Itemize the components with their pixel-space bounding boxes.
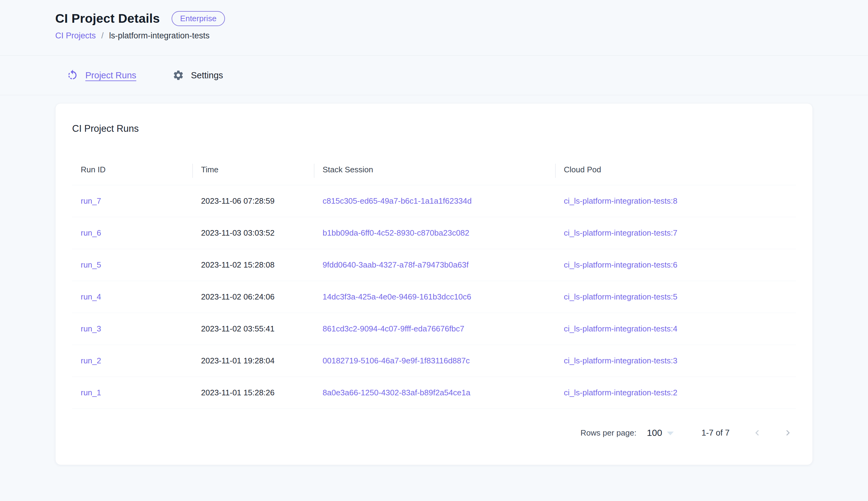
- run-id-link[interactable]: run_2: [81, 356, 101, 365]
- run-id-link[interactable]: run_5: [81, 260, 101, 269]
- rows-per-page-select[interactable]: 100: [647, 428, 674, 438]
- stack-session-link[interactable]: 9fdd0640-3aab-4327-a78f-a79473b0a63f: [322, 260, 469, 269]
- cloud-pod-link-cell: ci_ls-platform-integration-tests:7: [555, 217, 796, 249]
- table-row: run_12023-11-01 15:28:268a0e3a66-1250-43…: [72, 377, 796, 409]
- table-row: run_72023-11-06 07:28:59c815c305-ed65-49…: [72, 185, 796, 217]
- table-row: run_42023-11-02 06:24:0614dc3f3a-425a-4e…: [72, 281, 796, 313]
- dropdown-caret-icon: [667, 431, 674, 435]
- run-time: 2023-11-06 07:28:59: [193, 185, 314, 217]
- breadcrumb-link-ci-projects[interactable]: CI Projects: [55, 31, 96, 41]
- previous-page-button[interactable]: [749, 425, 765, 441]
- table-row: run_32023-11-02 03:55:41861cd3c2-9094-4c…: [72, 313, 796, 345]
- rows-per-page-value: 100: [647, 428, 662, 438]
- breadcrumb: CI Projects / ls-platform-integration-te…: [55, 31, 813, 41]
- run-id-link-cell: run_1: [72, 377, 193, 409]
- cloud-pod-link-cell: ci_ls-platform-integration-tests:6: [555, 249, 796, 281]
- column-header-time: Time: [193, 156, 314, 185]
- content: CI Project Runs Run IDTimeStack SessionC…: [0, 95, 868, 483]
- stack-session-link[interactable]: 8a0e3a66-1250-4302-83af-b89f2a54ce1a: [322, 388, 470, 397]
- table-row: run_52023-11-02 15:28:089fdd0640-3aab-43…: [72, 249, 796, 281]
- card-title: CI Project Runs: [72, 123, 796, 134]
- column-header-run-id: Run ID: [72, 156, 193, 185]
- cloud-pod-link-cell: ci_ls-platform-integration-tests:5: [555, 281, 796, 313]
- run-id-link[interactable]: run_3: [81, 324, 101, 333]
- cloud-pod-link-cell: ci_ls-platform-integration-tests:8: [555, 185, 796, 217]
- chevron-left-icon: [752, 427, 763, 438]
- enterprise-badge: Enterprise: [172, 11, 225, 26]
- run-id-link-cell: run_5: [72, 249, 193, 281]
- run-time: 2023-11-02 03:55:41: [193, 313, 314, 345]
- run-time: 2023-11-01 15:28:26: [193, 377, 314, 409]
- stack-session-link[interactable]: 14dc3f3a-425a-4e0e-9469-161b3dcc10c6: [322, 292, 471, 301]
- cloud-pod-link-cell: ci_ls-platform-integration-tests:4: [555, 313, 796, 345]
- breadcrumb-current: ls-platform-integration-tests: [109, 31, 210, 41]
- tab-project-runs-label: Project Runs: [85, 70, 136, 81]
- history-icon: [66, 69, 79, 82]
- tab-project-runs[interactable]: Project Runs: [66, 69, 136, 82]
- run-time: 2023-11-03 03:03:52: [193, 217, 314, 249]
- column-header-cloud-pod: Cloud Pod: [555, 156, 796, 185]
- stack-session-link-cell: 00182719-5106-46a7-9e9f-1f83116d887c: [314, 345, 555, 377]
- run-time: 2023-11-02 15:28:08: [193, 249, 314, 281]
- run-id-link[interactable]: run_7: [81, 196, 101, 205]
- tab-bar: Project Runs Settings: [0, 56, 868, 95]
- column-header-stack-session: Stack Session: [314, 156, 555, 185]
- stack-session-link-cell: 9fdd0640-3aab-4327-a78f-a79473b0a63f: [314, 249, 555, 281]
- stack-session-link-cell: c815c305-ed65-49a7-b6c1-1a1a1f62334d: [314, 185, 555, 217]
- cloud-pod-link[interactable]: ci_ls-platform-integration-tests:6: [564, 260, 678, 269]
- page-header: CI Project Details Enterprise CI Project…: [0, 0, 868, 56]
- stack-session-link[interactable]: c815c305-ed65-49a7-b6c1-1a1a1f62334d: [322, 196, 472, 205]
- pagination-range: 1-7 of 7: [701, 428, 729, 438]
- run-id-link-cell: run_4: [72, 281, 193, 313]
- run-id-link-cell: run_6: [72, 217, 193, 249]
- run-id-link[interactable]: run_4: [81, 292, 101, 301]
- next-page-button[interactable]: [780, 425, 796, 441]
- pagination: Rows per page: 100 1-7 of 7: [72, 409, 796, 441]
- stack-session-link-cell: 861cd3c2-9094-4c07-9fff-eda76676fbc7: [314, 313, 555, 345]
- cloud-pod-link[interactable]: ci_ls-platform-integration-tests:2: [564, 388, 678, 397]
- stack-session-link-cell: b1bb09da-6ff0-4c52-8930-c870ba23c082: [314, 217, 555, 249]
- cloud-pod-link[interactable]: ci_ls-platform-integration-tests:3: [564, 356, 678, 365]
- stack-session-link[interactable]: b1bb09da-6ff0-4c52-8930-c870ba23c082: [322, 228, 469, 237]
- gear-icon: [173, 70, 184, 81]
- run-time: 2023-11-01 19:28:04: [193, 345, 314, 377]
- table-row: run_62023-11-03 03:03:52b1bb09da-6ff0-4c…: [72, 217, 796, 249]
- runs-table-body: run_72023-11-06 07:28:59c815c305-ed65-49…: [72, 185, 796, 409]
- ci-project-runs-card: CI Project Runs Run IDTimeStack SessionC…: [55, 103, 813, 465]
- page-title: CI Project Details: [55, 11, 160, 26]
- rows-per-page-label: Rows per page:: [580, 428, 636, 438]
- chevron-right-icon: [782, 427, 793, 438]
- run-id-link-cell: run_7: [72, 185, 193, 217]
- cloud-pod-link-cell: ci_ls-platform-integration-tests:2: [555, 377, 796, 409]
- run-time: 2023-11-02 06:24:06: [193, 281, 314, 313]
- stack-session-link[interactable]: 861cd3c2-9094-4c07-9fff-eda76676fbc7: [322, 324, 464, 333]
- cloud-pod-link[interactable]: ci_ls-platform-integration-tests:7: [564, 228, 678, 237]
- run-id-link[interactable]: run_6: [81, 228, 101, 237]
- breadcrumb-separator: /: [101, 31, 104, 41]
- tab-settings-label: Settings: [191, 70, 223, 81]
- table-row: run_22023-11-01 19:28:0400182719-5106-46…: [72, 345, 796, 377]
- cloud-pod-link[interactable]: ci_ls-platform-integration-tests:5: [564, 292, 678, 301]
- run-id-link-cell: run_3: [72, 313, 193, 345]
- stack-session-link[interactable]: 00182719-5106-46a7-9e9f-1f83116d887c: [322, 356, 470, 365]
- stack-session-link-cell: 14dc3f3a-425a-4e0e-9469-161b3dcc10c6: [314, 281, 555, 313]
- cloud-pod-link[interactable]: ci_ls-platform-integration-tests:4: [564, 324, 678, 333]
- run-id-link-cell: run_2: [72, 345, 193, 377]
- title-row: CI Project Details Enterprise: [55, 11, 813, 26]
- cloud-pod-link[interactable]: ci_ls-platform-integration-tests:8: [564, 196, 678, 205]
- runs-table: Run IDTimeStack SessionCloud Pod run_720…: [72, 156, 796, 409]
- table-header-row: Run IDTimeStack SessionCloud Pod: [72, 156, 796, 185]
- cloud-pod-link-cell: ci_ls-platform-integration-tests:3: [555, 345, 796, 377]
- run-id-link[interactable]: run_1: [81, 388, 101, 397]
- tab-settings[interactable]: Settings: [173, 70, 223, 81]
- stack-session-link-cell: 8a0e3a66-1250-4302-83af-b89f2a54ce1a: [314, 377, 555, 409]
